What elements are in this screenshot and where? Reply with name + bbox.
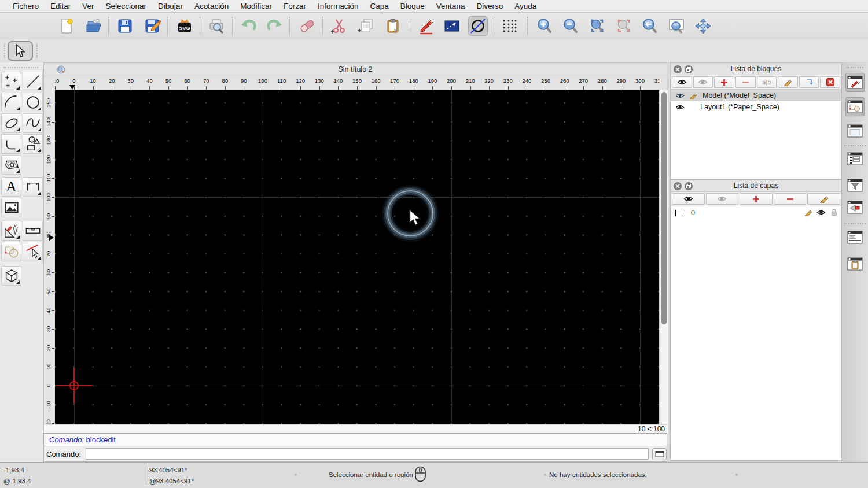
save-as-button[interactable]: [142, 16, 162, 36]
select-entity-tool-button[interactable]: [23, 242, 43, 261]
export-svg-button[interactable]: SVG: [175, 16, 194, 36]
hide-all-blocks-button[interactable]: [693, 76, 713, 88]
lock-icon[interactable]: [830, 208, 838, 216]
toolbar-handle[interactable]: [4, 44, 5, 58]
block-tool-button[interactable]: [1, 242, 21, 261]
menu-informacion[interactable]: Información: [312, 2, 365, 10]
spline-tool-button[interactable]: [23, 113, 43, 133]
remove-layer-button[interactable]: [774, 193, 807, 205]
command-window-toggle-button[interactable]: [652, 448, 667, 460]
menu-editar[interactable]: Editar: [45, 2, 76, 10]
insert-block-button[interactable]: [799, 76, 819, 88]
command-input[interactable]: [86, 448, 649, 460]
menu-seleccionar[interactable]: Seleccionar: [100, 2, 153, 10]
float-panel-icon[interactable]: [685, 182, 693, 190]
eraser-button[interactable]: [297, 16, 317, 36]
menu-bloque[interactable]: Bloque: [395, 2, 431, 10]
ellipse-tool-button[interactable]: [1, 113, 21, 133]
zoom-previous-button[interactable]: [614, 16, 634, 36]
menu-dibujar[interactable]: Dibujar: [152, 2, 189, 10]
zoom-window-button[interactable]: [667, 16, 686, 36]
selection-info: No hay entidades seleccionadas.: [549, 471, 647, 478]
layer-row-0[interactable]: 0: [671, 206, 841, 219]
block-row-layout1[interactable]: Layout1 (*Paper_Space): [671, 101, 841, 113]
dock-pen-window-button[interactable]: [845, 73, 865, 92]
new-document-button[interactable]: [57, 16, 76, 36]
menu-modificar[interactable]: Modificar: [234, 2, 278, 10]
layer-color-swatch[interactable]: [675, 210, 685, 216]
hide-all-layers-button[interactable]: [706, 193, 739, 205]
menu-ventana[interactable]: Ventana: [431, 2, 471, 10]
open-file-button[interactable]: [84, 16, 104, 36]
arc-tool-button[interactable]: [1, 93, 21, 112]
eye-icon[interactable]: [675, 104, 685, 110]
line-tool-button[interactable]: [23, 72, 43, 91]
vertical-scrollbar[interactable]: [659, 90, 668, 424]
zoom-in-button[interactable]: [535, 16, 554, 36]
zoom-auto-button[interactable]: [587, 16, 607, 36]
box-3d-tool-button[interactable]: [1, 266, 21, 286]
zoom-pan-button[interactable]: [693, 16, 713, 36]
redo-button[interactable]: [265, 16, 285, 36]
text-tool-button[interactable]: A: [1, 177, 21, 197]
toolbar-handle[interactable]: [36, 44, 38, 58]
menu-forzar[interactable]: Forzar: [278, 2, 312, 10]
dock-block-list-window-button[interactable]: [845, 149, 865, 168]
pencil-icon[interactable]: [804, 209, 812, 216]
points-tool-button[interactable]: [1, 72, 21, 91]
measure-tool-button[interactable]: [23, 221, 43, 241]
block-row-model[interactable]: Model (*Model_Space): [671, 90, 841, 101]
snap-grid-button[interactable]: [500, 16, 520, 36]
eye-icon[interactable]: [816, 209, 826, 216]
cut-button[interactable]: [329, 16, 349, 36]
delete-block-button[interactable]: [820, 76, 840, 88]
dock-strip-handle[interactable]: [847, 67, 863, 68]
show-all-blocks-button[interactable]: [672, 76, 692, 88]
copy-button[interactable]: [356, 16, 376, 36]
dock-clipboard-window-button[interactable]: [845, 254, 865, 273]
eye-icon[interactable]: [675, 93, 685, 99]
menu-acotacion[interactable]: Acotación: [189, 2, 234, 10]
zoom-back-button[interactable]: [640, 16, 660, 36]
drawing-canvas[interactable]: [55, 90, 659, 424]
dock-library-window-button[interactable]: [845, 97, 865, 116]
paste-button[interactable]: [383, 16, 403, 36]
scrollbar-thumb[interactable]: [661, 92, 667, 324]
hatch-tool-button[interactable]: [1, 155, 21, 175]
pencil-icon[interactable]: [689, 92, 697, 99]
float-panel-icon[interactable]: [685, 65, 693, 73]
polygon-tool-button[interactable]: [23, 134, 43, 154]
undo-button[interactable]: [238, 16, 258, 36]
image-tool-button[interactable]: [1, 198, 21, 217]
polyline-tool-button[interactable]: [1, 134, 21, 154]
menu-capa[interactable]: Capa: [365, 2, 395, 10]
save-button[interactable]: [115, 16, 135, 36]
select-tool-button[interactable]: [8, 41, 33, 61]
show-all-layers-button[interactable]: [672, 193, 705, 205]
dock-command-window-button[interactable]: [845, 228, 865, 247]
edit-block-button[interactable]: [778, 76, 798, 88]
menu-diverso[interactable]: Diverso: [470, 2, 509, 10]
pen-button[interactable]: [416, 16, 436, 36]
menu-ver[interactable]: Ver: [76, 2, 100, 10]
close-icon[interactable]: [674, 182, 682, 190]
circle-tool-button[interactable]: [468, 16, 488, 36]
menu-ayuda[interactable]: Ayuda: [509, 2, 542, 10]
edit-layer-button[interactable]: [807, 193, 840, 205]
zoom-out-button[interactable]: [561, 16, 580, 36]
print-preview-button[interactable]: [207, 16, 226, 36]
remove-block-button[interactable]: [735, 76, 756, 88]
dock-tool-window-button[interactable]: [845, 198, 865, 217]
rename-block-button[interactable]: a|b: [757, 76, 777, 88]
circle-shape-tool-button[interactable]: [23, 93, 43, 112]
add-block-button[interactable]: [714, 76, 734, 88]
menu-fichero[interactable]: Fichero: [7, 2, 45, 10]
close-icon[interactable]: [674, 65, 682, 73]
dock-blank-window-button[interactable]: [845, 121, 865, 141]
add-layer-button[interactable]: [740, 193, 773, 205]
dimension-tool-button[interactable]: [23, 177, 43, 197]
selection-window-button[interactable]: [442, 16, 462, 36]
modify-tools-button[interactable]: [1, 221, 21, 241]
dock-filter-window-button[interactable]: [845, 176, 865, 195]
palette-handle[interactable]: [3, 67, 38, 68]
